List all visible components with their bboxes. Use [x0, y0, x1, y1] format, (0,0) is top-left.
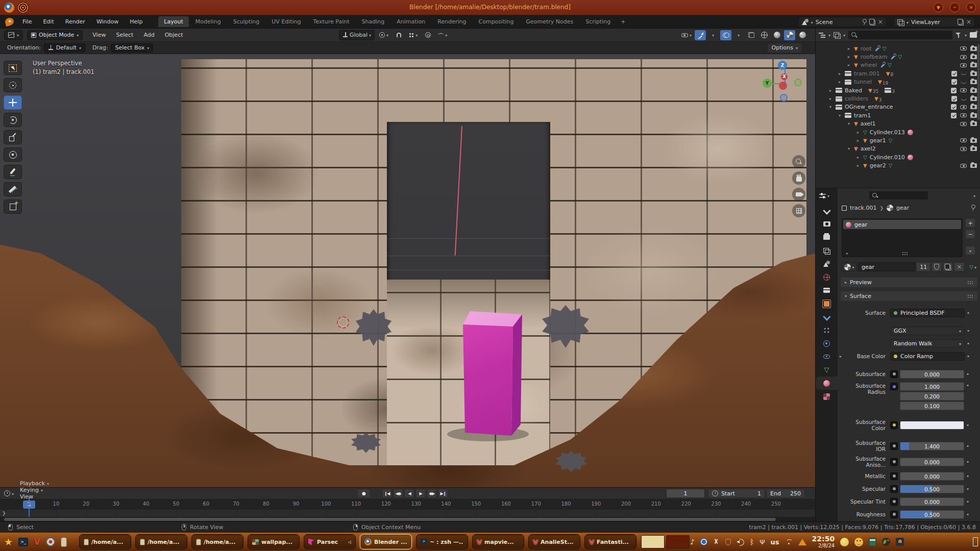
camera-visibility-icon[interactable] — [970, 113, 977, 118]
value-slider[interactable]: 0.000 — [900, 497, 964, 506]
shading-solid-button[interactable] — [771, 30, 782, 40]
calculator-tray-icon[interactable] — [869, 538, 876, 546]
gizmo-dropdown[interactable] — [707, 30, 719, 40]
task-button-parsec[interactable]: Parsec◁ — [304, 535, 355, 549]
workspace-tab-texture-paint[interactable]: Texture Paint — [308, 16, 355, 27]
new-scene-icon[interactable] — [869, 19, 875, 26]
checkbox-icon[interactable] — [951, 104, 957, 110]
value-slider[interactable]: 0.000 — [900, 458, 964, 466]
eye-icon[interactable] — [960, 88, 967, 92]
task-button-mapvie[interactable]: Vmapvie... — [473, 535, 524, 549]
eye-closed-icon[interactable] — [961, 81, 967, 84]
menu-window[interactable]: Window — [92, 16, 123, 27]
gizmo-y-negative-axis[interactable] — [794, 79, 802, 86]
editor-type-dropdown[interactable] — [4, 30, 23, 40]
slot-specials-dropdown[interactable] — [965, 246, 975, 255]
checkbox-icon[interactable] — [951, 71, 957, 77]
node-socket-button[interactable] — [890, 511, 898, 518]
gizmo-x-axis[interactable]: X — [781, 73, 788, 80]
camera-visibility-icon[interactable] — [970, 96, 977, 101]
value-slider[interactable]: 0.500 — [900, 510, 964, 519]
desktop-1-pager[interactable] — [641, 535, 665, 548]
transform-orientation-dropdown[interactable]: Global — [339, 30, 375, 40]
properties-tab-material[interactable] — [816, 377, 838, 390]
eye-icon[interactable] — [960, 46, 967, 51]
snap-toggle[interactable] — [393, 30, 404, 40]
eye-icon[interactable] — [960, 138, 967, 142]
current-frame-field[interactable]: 1 — [666, 489, 705, 498]
outliner-row-gear2[interactable]: ▸gear2 — [816, 161, 980, 169]
outliner-row-colliders[interactable]: ▸colliders3 — [816, 94, 980, 103]
node-socket-button[interactable] — [890, 370, 898, 378]
node-socket-button[interactable] — [890, 485, 898, 493]
terminal-launcher-icon[interactable]: >_ — [18, 538, 28, 546]
task-button-home-a[interactable]: /home/a... — [192, 535, 243, 549]
delete-view-layer-icon[interactable] — [966, 19, 971, 26]
value-field[interactable]: 0.100 — [900, 402, 964, 410]
jump-to-start-button[interactable]: ❙◀ — [382, 489, 392, 498]
outliner-row-root[interactable]: ▸root — [816, 44, 980, 53]
remove-slot-button[interactable]: − — [965, 230, 975, 239]
play-reverse-button[interactable]: ◀ — [404, 489, 414, 498]
expander-closed-icon[interactable]: ▸ — [846, 63, 851, 67]
bottle-launcher-icon[interactable] — [61, 537, 67, 547]
zoom-button[interactable] — [792, 155, 805, 168]
select-field[interactable]: GGX — [890, 327, 965, 335]
show-desktop-button[interactable] — [973, 537, 978, 546]
task-button-zsh[interactable]: >~ : zsh —... — [416, 535, 468, 549]
node-socket-button[interactable] — [890, 498, 898, 506]
scene-selector[interactable]: Scene — [798, 17, 887, 27]
workspace-tab-compositing[interactable]: Compositing — [473, 16, 520, 27]
node-link-field[interactable]: Color Ramp — [890, 352, 965, 361]
value-slider[interactable]: 0.000 — [900, 472, 964, 481]
auto-keying-record-button[interactable]: ● — [357, 489, 371, 498]
node-socket-button[interactable] — [890, 442, 898, 450]
viewport-menu-object[interactable]: Object — [160, 30, 188, 40]
orientation-dropdown[interactable]: Default — [44, 43, 85, 53]
animate-decorator-dot[interactable]: • — [964, 422, 971, 429]
animate-decorator-dot[interactable]: • — [965, 353, 972, 360]
camera-view-button[interactable] — [792, 188, 805, 201]
timeline-ruler[interactable]: 1020304050607080901001101201301401501601… — [0, 499, 815, 510]
color-swatch[interactable] — [900, 421, 964, 430]
checkbox-icon[interactable] — [951, 113, 957, 118]
task-button-home-a[interactable]: /home/a... — [80, 535, 131, 549]
expander-closed-icon[interactable]: ▸ — [837, 80, 842, 84]
camera-visibility-icon[interactable] — [970, 105, 977, 109]
outliner-row-baked[interactable]: ▸Baked353 — [816, 86, 980, 94]
eye-closed-icon[interactable] — [961, 97, 967, 101]
show-object-types-dropdown[interactable] — [680, 30, 693, 40]
node-socket-button[interactable] — [890, 421, 898, 429]
viewport-menu-view[interactable]: View — [88, 30, 110, 40]
task-button-home-a[interactable]: /home/a... — [136, 535, 187, 549]
overlays-dropdown[interactable] — [733, 30, 744, 40]
menu-help[interactable]: Help — [125, 16, 147, 27]
timeline-expand-arrow[interactable]: ❯ — [2, 511, 6, 516]
add-slot-button[interactable]: + — [965, 218, 975, 228]
expander-open-icon[interactable]: ▾ — [837, 113, 842, 118]
3d-viewport[interactable]: User Perspective (1) tram2 | track.001 Z… — [0, 54, 815, 487]
value-slider[interactable]: 0.000 — [900, 370, 964, 379]
camera-visibility-icon[interactable] — [970, 163, 977, 168]
eye-icon[interactable] — [960, 147, 967, 151]
add-workspace-button[interactable]: + — [617, 16, 629, 27]
select-box-tool-button[interactable] — [4, 61, 22, 75]
expander-closed-icon[interactable]: ▸ — [828, 88, 833, 93]
pan-button[interactable] — [792, 171, 805, 185]
clock[interactable]: 22:502/8/24 — [812, 535, 835, 549]
xray-toggle[interactable] — [746, 30, 757, 40]
expander-closed-icon[interactable]: ▸ — [855, 138, 861, 143]
recorder-tray-icon[interactable] — [700, 538, 707, 545]
amazon-tray-icon[interactable]: a — [896, 538, 904, 546]
preview-section-header[interactable]: ▸ Preview — [841, 278, 977, 287]
viewport-menu-add[interactable]: Add — [139, 30, 159, 40]
delete-scene-icon[interactable] — [878, 19, 883, 26]
expander-open-icon[interactable]: ▾ — [828, 105, 833, 109]
task-button-fantasti[interactable]: VFantasti... — [585, 535, 636, 549]
snap-target-dropdown[interactable] — [407, 30, 419, 40]
scissors-tray-icon[interactable] — [713, 539, 720, 545]
checkbox-icon[interactable] — [951, 79, 957, 85]
expander-closed-icon[interactable]: ▸ — [846, 46, 851, 51]
checkbox-icon[interactable] — [951, 88, 957, 93]
animate-decorator-dot[interactable]: • — [964, 498, 971, 505]
